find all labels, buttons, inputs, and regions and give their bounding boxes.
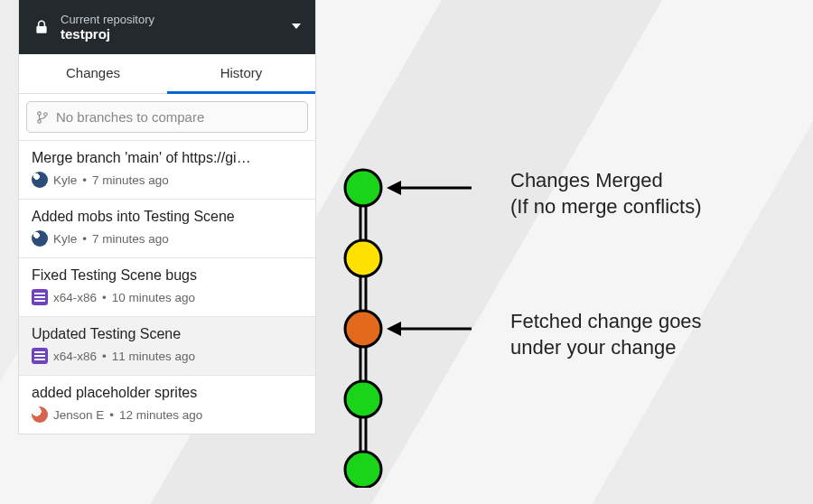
tab-history[interactable]: History bbox=[167, 54, 315, 94]
commit-time: 7 minutes ago bbox=[92, 232, 169, 246]
commit-meta: Jenson E•12 minutes ago bbox=[32, 406, 303, 423]
svg-point-2 bbox=[38, 119, 42, 123]
github-desktop-sidebar: Current repository testproj Changes Hist… bbox=[18, 0, 316, 434]
commit-title: added placeholder sprites bbox=[32, 385, 303, 401]
graph-node bbox=[345, 381, 381, 417]
commit-row[interactable]: Updated Testing Scenex64-x86•11 minutes … bbox=[19, 316, 315, 375]
svg-point-3 bbox=[44, 112, 48, 116]
branch-compare-placeholder: No branches to compare bbox=[56, 109, 204, 125]
repo-name: testproj bbox=[61, 26, 301, 42]
chevron-down-icon bbox=[292, 23, 301, 29]
commit-title: Added mobs into Testing Scene bbox=[32, 209, 303, 225]
annotation-fetched-line1: Fetched change goes bbox=[510, 309, 702, 335]
commit-time: 11 minutes ago bbox=[112, 350, 195, 363]
commit-list: Merge branch 'main' of https://gi…Kyle•7… bbox=[19, 140, 315, 434]
commit-time: 10 minutes ago bbox=[112, 291, 195, 304]
meta-separator: • bbox=[82, 173, 87, 187]
commit-meta: Kyle•7 minutes ago bbox=[32, 172, 303, 188]
avatar bbox=[32, 348, 48, 364]
repo-selector[interactable]: Current repository testproj bbox=[19, 0, 315, 54]
annotation-merged-line2: (If no merge conflicts) bbox=[510, 194, 702, 220]
graph-node bbox=[345, 240, 381, 276]
commit-title: Updated Testing Scene bbox=[32, 326, 303, 342]
commit-time: 12 minutes ago bbox=[119, 408, 202, 422]
meta-separator: • bbox=[102, 291, 107, 304]
avatar bbox=[32, 172, 48, 188]
commit-meta: x64-x86•10 minutes ago bbox=[32, 289, 303, 305]
meta-separator: • bbox=[109, 408, 114, 422]
svg-rect-0 bbox=[36, 26, 46, 33]
sidebar-tabs: Changes History bbox=[19, 54, 315, 94]
commit-author: Kyle bbox=[53, 173, 77, 187]
commit-meta: x64-x86•11 minutes ago bbox=[32, 348, 303, 364]
tab-changes[interactable]: Changes bbox=[19, 54, 167, 94]
meta-separator: • bbox=[102, 350, 107, 363]
lock-icon bbox=[33, 19, 50, 35]
graph-node bbox=[345, 170, 381, 206]
git-graph-diagram bbox=[336, 163, 517, 488]
commit-author: Kyle bbox=[53, 232, 77, 246]
commit-time: 7 minutes ago bbox=[92, 173, 169, 187]
commit-meta: Kyle•7 minutes ago bbox=[32, 230, 303, 247]
avatar bbox=[32, 289, 48, 305]
svg-marker-15 bbox=[387, 322, 401, 336]
commit-author: Jenson E bbox=[53, 408, 104, 422]
commit-title: Merge branch 'main' of https://gi… bbox=[32, 150, 303, 166]
annotation-fetched: Fetched change goes under your change bbox=[510, 309, 702, 360]
annotation-fetched-line2: under your change bbox=[510, 335, 702, 361]
avatar bbox=[32, 406, 48, 423]
commit-row[interactable]: added placeholder spritesJenson E•12 min… bbox=[19, 375, 315, 434]
commit-row[interactable]: Merge branch 'main' of https://gi…Kyle•7… bbox=[19, 140, 315, 199]
repo-labels: Current repository testproj bbox=[61, 13, 301, 42]
graph-node bbox=[345, 311, 381, 347]
avatar bbox=[32, 230, 48, 247]
graph-node bbox=[345, 452, 381, 488]
commit-row[interactable]: Added mobs into Testing SceneKyle•7 minu… bbox=[19, 199, 315, 257]
commit-title: Fixed Testing Scene bugs bbox=[32, 267, 303, 284]
commit-row[interactable]: Fixed Testing Scene bugsx64-x86•10 minut… bbox=[19, 257, 315, 316]
git-branch-icon bbox=[36, 110, 49, 125]
annotation-merged: Changes Merged (If no merge conflicts) bbox=[510, 168, 702, 219]
commit-author: x64-x86 bbox=[53, 291, 97, 304]
branch-compare-input[interactable]: No branches to compare bbox=[26, 101, 308, 133]
commit-author: x64-x86 bbox=[53, 350, 97, 363]
repo-label: Current repository bbox=[61, 13, 301, 26]
annotation-merged-line1: Changes Merged bbox=[510, 168, 702, 194]
svg-marker-13 bbox=[387, 181, 401, 195]
svg-point-1 bbox=[38, 111, 42, 115]
meta-separator: • bbox=[82, 232, 87, 246]
